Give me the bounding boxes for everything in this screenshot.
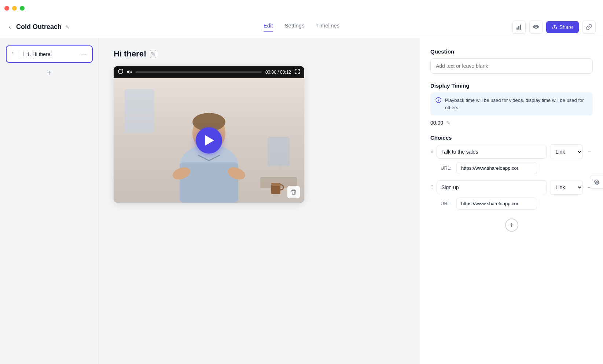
coffee-cup [269, 179, 284, 197]
progress-bar[interactable] [136, 71, 262, 73]
svg-point-16 [438, 99, 439, 99]
link-icon [586, 24, 592, 30]
analytics-icon [516, 24, 522, 30]
bg-window [125, 89, 154, 133]
video-thumbnail [114, 78, 304, 203]
eye-icon [533, 25, 539, 29]
time-display: 00:00 / 00:12 [265, 70, 291, 75]
title-bar [0, 0, 603, 16]
sidebar-item-slide-1[interactable]: ⠿ 1. Hi there! ⋯ [6, 45, 93, 63]
choice-2-input[interactable] [437, 180, 547, 194]
svg-rect-2 [520, 25, 521, 30]
sidebar: ⠿ 1. Hi there! ⋯ + [0, 38, 99, 364]
drag-handle-icon: ⠿ [12, 52, 15, 57]
mute-button[interactable] [127, 69, 132, 75]
video-controls-bar: 00:00 / 00:12 [114, 66, 304, 78]
svg-rect-14 [271, 183, 280, 186]
top-nav: ‹ Cold Outreach ✎ Edit Settings Timeline… [0, 16, 603, 38]
slide-title-edit-button[interactable]: ✎ [150, 50, 156, 58]
main-content: ⠿ 1. Hi there! ⋯ + Hi there! ✎ [0, 38, 603, 364]
link-button[interactable] [582, 21, 596, 34]
svg-rect-0 [516, 27, 518, 30]
display-timing-section: Display Timing Playback time will be use… [430, 82, 593, 126]
question-input[interactable] [430, 58, 593, 74]
svg-point-3 [535, 26, 537, 27]
display-timing-label: Display Timing [430, 82, 593, 89]
slide-title: Hi there! [114, 49, 146, 59]
choice-1-input[interactable] [437, 145, 547, 159]
choice-1-remove-button[interactable]: − [586, 148, 593, 156]
replay-button[interactable] [118, 69, 123, 75]
choice-2-url-input[interactable] [456, 198, 537, 210]
share-button[interactable]: Share [546, 21, 579, 33]
project-title: Cold Outreach [16, 23, 62, 31]
trash-icon [291, 189, 297, 195]
choice-2-type-select[interactable]: Link Video Form [550, 180, 583, 195]
tab-settings[interactable]: Settings [285, 22, 305, 32]
preview-button[interactable] [529, 21, 543, 34]
choices-label: Choices [430, 135, 593, 141]
choice-1-type-select[interactable]: Link Video Form [550, 144, 583, 159]
choice-1-drag-handle: ⠿ [430, 149, 434, 154]
tab-timelines[interactable]: Timelines [316, 22, 340, 32]
share-label: Share [559, 24, 573, 30]
nav-right: Share [512, 21, 596, 34]
right-edge-settings-button[interactable] [590, 176, 603, 189]
slide-type-icon [18, 51, 24, 57]
choice-1-url-row: URL: [430, 162, 593, 174]
timing-value: 00:00 [430, 120, 443, 126]
video-player: 00:00 / 00:12 [114, 66, 304, 203]
svg-rect-4 [18, 52, 24, 56]
sidebar-item-label: 1. Hi there! [27, 51, 78, 57]
nav-tabs: Edit Settings Timelines [264, 22, 340, 32]
svg-rect-1 [518, 26, 519, 30]
timing-row: 00:00 ✎ [430, 120, 593, 126]
choice-2-url-row: URL: [430, 198, 593, 210]
bg-plant [268, 137, 290, 166]
center-panel: Hi there! ✎ [99, 38, 420, 364]
traffic-light-green[interactable] [20, 6, 25, 11]
right-panel: Question Display Timing Playback time wi… [420, 38, 603, 364]
traffic-light-yellow[interactable] [12, 6, 17, 11]
add-choice-button[interactable]: + [505, 218, 518, 232]
back-button[interactable]: ‹ [7, 22, 12, 32]
play-button[interactable] [196, 127, 222, 154]
choice-row-2: ⠿ Link Video Form − [430, 180, 593, 195]
choice-1-url-input[interactable] [456, 162, 537, 174]
project-title-edit-button[interactable]: ✎ [65, 24, 70, 30]
question-section-label: Question [430, 48, 593, 55]
info-icon [435, 97, 441, 104]
slide-title-row: Hi there! ✎ [114, 49, 405, 59]
play-icon [205, 135, 214, 146]
traffic-light-red[interactable] [4, 6, 9, 11]
analytics-button[interactable] [512, 21, 526, 34]
choice-row-1: ⠿ Link Video Form − [430, 144, 593, 159]
choice-2-drag-handle: ⠿ [430, 185, 434, 190]
add-slide-button[interactable]: + [44, 67, 55, 79]
share-icon [552, 25, 557, 30]
timing-edit-button[interactable]: ✎ [446, 120, 451, 126]
sidebar-item-menu-button[interactable]: ⋯ [81, 51, 87, 58]
gear-icon [594, 179, 600, 185]
fullscreen-button[interactable] [295, 69, 300, 75]
tab-edit[interactable]: Edit [264, 22, 273, 32]
url-label-1: URL: [441, 165, 453, 171]
delete-video-button[interactable] [287, 186, 300, 198]
nav-left: ‹ Cold Outreach ✎ [7, 22, 70, 32]
url-label-2: URL: [441, 201, 453, 206]
timing-info-box: Playback time will be used for videos, d… [430, 92, 593, 115]
timing-info-text: Playback time will be used for videos, d… [445, 97, 588, 111]
choices-section: Choices ⠿ Link Video Form − URL: ⠿ [430, 135, 593, 232]
